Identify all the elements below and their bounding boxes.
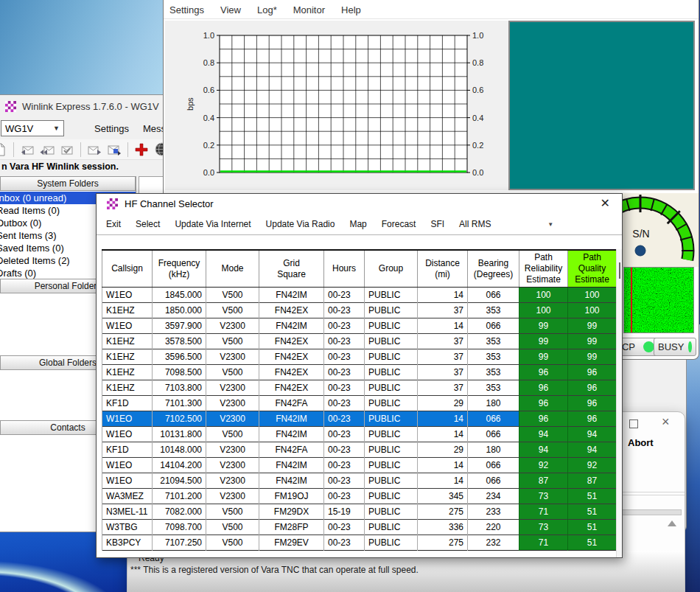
channel-cell: WA3MEZ xyxy=(102,489,153,504)
menu-settings[interactable]: Settings xyxy=(169,4,204,15)
menu-help[interactable]: Help xyxy=(341,4,361,15)
svg-text:0.0: 0.0 xyxy=(203,168,214,177)
channel-row[interactable]: W1EO14104.200V2300FN42IM00-23PUBLIC14066… xyxy=(102,458,617,473)
column-header[interactable]: Bearing (Degrees) xyxy=(468,250,519,288)
menu-sfi[interactable]: SFI xyxy=(430,219,444,229)
channel-cell: 066 xyxy=(468,458,519,473)
snr-gauge: S/N xyxy=(620,193,699,267)
channel-cell: 00-23 xyxy=(324,288,365,303)
reply-all-icon[interactable] xyxy=(38,142,56,158)
menu-update-via-radio[interactable]: Update Via Radio xyxy=(266,219,335,229)
channel-cell: FN42IM xyxy=(259,473,324,489)
column-header[interactable]: Group xyxy=(365,250,418,288)
channel-row[interactable]: KB3PCY7107.250V500FM29EV00-23PUBLIC27523… xyxy=(102,535,617,551)
channel-row[interactable]: K1EHZ7103.800V2300FN42EX00-23PUBLIC37353… xyxy=(102,380,617,396)
busy-indicator: BUSY xyxy=(654,338,696,356)
channel-cell: 00-23 xyxy=(324,396,365,411)
channel-cell: 73 xyxy=(519,489,568,504)
maximize-icon[interactable] xyxy=(629,419,638,428)
channel-cell: 37 xyxy=(418,365,468,380)
channel-row[interactable]: K1EHZ7098.500V500FN42EX00-23PUBLIC373539… xyxy=(102,365,617,380)
tcp-light xyxy=(643,341,654,352)
channel-cell: 14104.200 xyxy=(153,458,206,473)
channel-row[interactable]: WA3MEZ7101.200V2300FM19OJ00-23PUBLIC3452… xyxy=(102,489,617,504)
channel-cell: FM29DX xyxy=(259,504,324,520)
channel-cell: PUBLIC xyxy=(365,349,418,365)
menu-forecast[interactable]: Forecast xyxy=(382,219,416,229)
channel-row[interactable]: W1EO21094.500V2300FN42IM00-23PUBLIC14066… xyxy=(102,473,617,489)
channel-row[interactable]: W1EO7102.500V2300FN42IM00-23PUBLIC140669… xyxy=(102,411,617,427)
menu-map[interactable]: Map xyxy=(349,219,366,229)
channel-cell: 71 xyxy=(519,504,568,520)
channel-cell: 00-23 xyxy=(324,365,365,380)
channel-cell: W1EO xyxy=(102,473,153,489)
reply-icon[interactable] xyxy=(18,142,36,158)
channel-row[interactable]: W1EO10131.800V500FN42IM00-23PUBLIC140669… xyxy=(102,427,617,442)
hf-selector-titlebar[interactable]: HF Channel Selector ✕ xyxy=(97,194,622,213)
channel-row[interactable]: W1EO1845.000V500FN42IM00-23PUBLIC1406610… xyxy=(102,288,617,303)
channel-row[interactable]: N3MEL-117082.000V500FM29DX15-19PUBLIC275… xyxy=(102,504,617,520)
channel-cell: 29 xyxy=(418,396,468,411)
channel-cell: 51 xyxy=(568,520,617,535)
column-header[interactable]: Path Reliability Estimate xyxy=(519,250,568,288)
new-message-icon[interactable] xyxy=(0,142,9,158)
column-header[interactable]: Distance (mi) xyxy=(418,250,468,288)
menu-settings[interactable]: Settings xyxy=(94,123,129,134)
channel-cell: V500 xyxy=(206,334,259,349)
channel-row[interactable]: KF1D10148.000V2300FN42FA00-23PUBLIC29180… xyxy=(102,442,617,458)
channel-row[interactable]: KF1D7101.300V2300FN42FA00-23PUBLIC291809… xyxy=(102,396,617,411)
forward-icon[interactable] xyxy=(85,142,103,158)
channel-cell: 29 xyxy=(418,442,468,458)
scroll-up-icon[interactable] xyxy=(668,520,676,526)
column-header[interactable]: Path Quality Estimate xyxy=(568,250,617,288)
delete-cross-icon[interactable] xyxy=(133,142,150,158)
rms-filter-select[interactable]: All RMS ▼ xyxy=(459,219,553,229)
channel-row[interactable]: K1EHZ3578.500V500FN42EX00-23PUBLIC373539… xyxy=(102,334,617,349)
channel-cell: FN42EX xyxy=(259,303,324,318)
system-folders-header[interactable]: System Folders xyxy=(0,176,136,191)
hf-selector-title: HF Channel Selector xyxy=(125,198,214,209)
menu-exit[interactable]: Exit xyxy=(106,219,121,229)
column-header[interactable]: Grid Square xyxy=(259,250,324,288)
channel-cell: V500 xyxy=(206,303,259,318)
menu-monitor[interactable]: Monitor xyxy=(293,4,325,15)
channel-cell: 00-23 xyxy=(324,334,365,349)
scrollbar-thumb[interactable] xyxy=(619,262,620,279)
channel-cell: FN42IM xyxy=(259,288,324,303)
channel-cell: V2300 xyxy=(206,473,259,489)
table-scrollbar[interactable] xyxy=(616,249,623,557)
channel-cell: W1EO xyxy=(102,427,153,442)
channel-row[interactable]: W1EO3597.900V2300FN42IM00-23PUBLIC140669… xyxy=(102,318,617,334)
channel-cell: V2300 xyxy=(206,380,259,396)
channel-cell: 37 xyxy=(418,303,468,318)
column-header[interactable]: Mode xyxy=(206,250,259,288)
channel-cell: V500 xyxy=(206,288,259,303)
channel-cell: 353 xyxy=(468,365,519,380)
channel-cell: 100 xyxy=(519,303,568,318)
waterfall-marker-line xyxy=(631,268,632,332)
svg-text:bps: bps xyxy=(186,97,195,111)
session-status-message: *** This is a registered version of Vara… xyxy=(130,565,419,575)
busy-label: BUSY xyxy=(658,341,684,352)
column-header[interactable]: Frequency (kHz) xyxy=(153,250,206,288)
callsign-select[interactable]: WG1V ▼ xyxy=(1,120,64,136)
accept-icon[interactable] xyxy=(58,142,76,158)
abort-button[interactable]: Abort xyxy=(628,437,654,448)
menu-update-via-internet[interactable]: Update Via Internet xyxy=(175,219,251,229)
column-header[interactable]: Hours xyxy=(324,250,365,288)
menu-select[interactable]: Select xyxy=(136,219,160,229)
menu-log[interactable]: Log* xyxy=(257,4,277,15)
channel-cell: W1EO xyxy=(102,411,153,427)
menu-view[interactable]: View xyxy=(220,4,241,15)
channel-row[interactable]: K1EHZ1850.000V500FN42EX00-23PUBLIC373531… xyxy=(102,303,617,318)
channel-row[interactable]: W3TBG7098.700V500FM28FP00-23PUBLIC336220… xyxy=(102,520,617,535)
channel-cell: 066 xyxy=(468,411,519,427)
channel-cell: 87 xyxy=(519,473,568,489)
close-icon[interactable]: ✕ xyxy=(601,198,610,209)
channel-row[interactable]: K1EHZ3596.500V2300FN42EX00-23PUBLIC37353… xyxy=(102,349,617,365)
channel-cell: 7107.250 xyxy=(153,535,206,551)
channel-cell: V2300 xyxy=(206,411,259,427)
close-icon[interactable]: × xyxy=(662,415,670,428)
column-header[interactable]: Callsign xyxy=(102,250,153,288)
move-message-icon[interactable] xyxy=(105,142,123,158)
